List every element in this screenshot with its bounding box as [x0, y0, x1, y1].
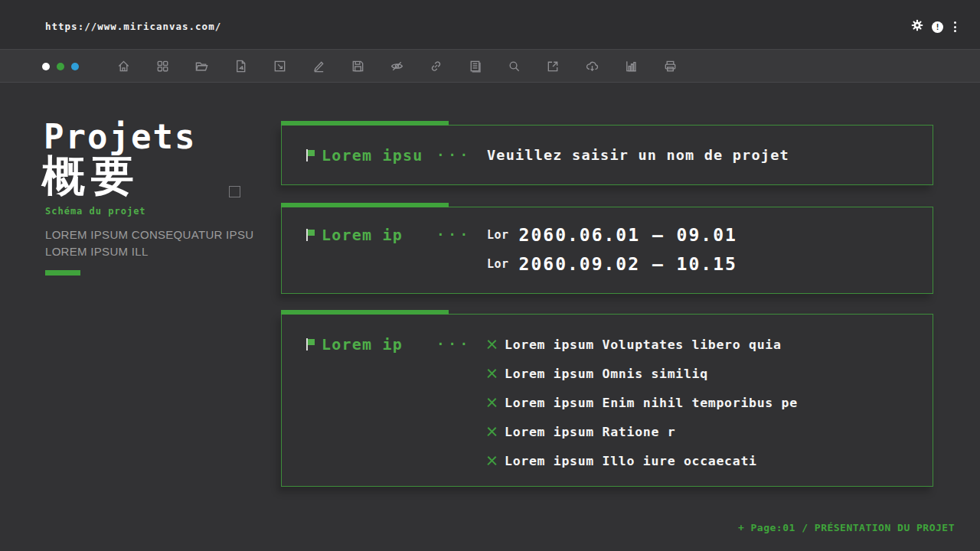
task-item-text: Lorem ipsum Enim nihil temporibus pe: [505, 396, 798, 410]
address-url[interactable]: https://www.miricanvas.com/: [45, 21, 221, 32]
save-icon[interactable]: [351, 59, 365, 73]
toolbar-icons: [116, 59, 678, 73]
cloud-download-icon[interactable]: [585, 59, 599, 73]
panel-accent-bar: [281, 310, 449, 315]
folder-open-icon[interactable]: [194, 59, 209, 73]
project-name-placeholder[interactable]: Veuillez saisir un nom de projet: [487, 147, 789, 163]
task-list-item[interactable]: Lorem ipsum Illo iure occaecati: [487, 446, 798, 475]
date-range-value: 2060.06.01 – 09.01: [519, 225, 737, 245]
kebab-menu-icon[interactable]: [952, 21, 959, 33]
date-range-value: 2060.09.02 – 10.15: [519, 254, 737, 274]
x-mark-icon: [487, 340, 497, 350]
edit-pencil-icon[interactable]: [312, 59, 326, 73]
flag-icon: [306, 338, 316, 350]
panel-label: Lorem ip: [322, 335, 403, 354]
external-link-icon[interactable]: [546, 59, 560, 73]
window-control-dots[interactable]: [42, 63, 79, 70]
ellipsis-dots: ···: [436, 337, 472, 352]
date-range-row[interactable]: Lor 2060.09.02 – 10.15: [487, 249, 737, 279]
panel-label: Lorem ipsu: [322, 146, 423, 165]
panel-label: Lorem ip: [322, 226, 403, 244]
slide-canvas: Projets 概要 Schéma du projet LOREM IPSUM …: [0, 83, 980, 551]
dot-white[interactable]: [42, 63, 50, 70]
green-accent-bar: [45, 270, 80, 276]
x-mark-icon: [487, 427, 497, 437]
x-mark-icon: [487, 369, 497, 379]
slide-title-cjk[interactable]: 概要: [42, 152, 140, 200]
ghost-square-outline: [229, 186, 240, 197]
task-list-item[interactable]: Lorem ipsum Omnis similiq: [487, 359, 798, 388]
flag-icon: [306, 229, 316, 241]
apps-grid-icon[interactable]: [155, 59, 170, 73]
panel-project-name[interactable]: Lorem ipsu ··· Veuillez saisir un nom de…: [281, 125, 933, 185]
link-icon[interactable]: [429, 59, 443, 73]
task-list-item[interactable]: Lorem ipsum Enim nihil temporibus pe: [487, 388, 798, 417]
settings-gear-icon[interactable]: [911, 19, 923, 34]
slide-description[interactable]: LOREM IPSUM CONSEQUATUR IPSU LOREM IPSUM…: [45, 227, 253, 259]
panel-accent-bar: [281, 121, 449, 126]
description-line: LOREM IPSUM CONSEQUATUR IPSU: [45, 227, 253, 243]
ellipsis-dots: ···: [436, 148, 472, 163]
page-footer[interactable]: + Page:01 / PRÉSENTATION DU PROJET: [738, 522, 955, 533]
description-line: LOREM IPSUM ILL: [45, 243, 253, 260]
printer-icon[interactable]: [663, 59, 678, 73]
bar-chart-icon[interactable]: [624, 59, 639, 73]
date-prefix: Lor: [487, 257, 509, 271]
ellipsis-dots: ···: [436, 227, 472, 243]
resize-icon[interactable]: [273, 59, 287, 73]
task-item-text: Lorem ipsum Illo iure occaecati: [505, 454, 757, 468]
browser-top-bar: https://www.miricanvas.com/ !: [0, 0, 980, 49]
search-icon[interactable]: [507, 59, 521, 73]
dot-blue[interactable]: [71, 63, 79, 70]
editor-toolbar: [0, 49, 980, 83]
slide-tagline[interactable]: Schéma du projet: [45, 206, 146, 217]
panel-task-list[interactable]: Lorem ip ··· Lorem ipsum Voluptates libe…: [281, 314, 933, 487]
date-prefix: Lor: [487, 228, 509, 242]
panel-accent-bar: [281, 203, 449, 207]
top-right-controls: !: [911, 19, 959, 34]
info-icon[interactable]: !: [932, 21, 943, 33]
flag-icon: [306, 149, 316, 161]
eye-off-icon[interactable]: [390, 59, 404, 73]
x-mark-icon: [487, 398, 497, 408]
date-range-row[interactable]: Lor 2060.06.01 – 09.01: [487, 220, 737, 249]
task-list-item[interactable]: Lorem ipsum Ratione r: [487, 417, 798, 446]
task-item-text: Lorem ipsum Voluptates libero quia: [505, 337, 782, 352]
task-item-text: Lorem ipsum Omnis similiq: [505, 367, 708, 381]
new-file-icon[interactable]: [234, 59, 248, 73]
dot-green[interactable]: [57, 63, 64, 70]
x-mark-icon: [487, 456, 497, 466]
home-icon[interactable]: [116, 59, 131, 73]
task-list-item[interactable]: Lorem ipsum Voluptates libero quia: [487, 330, 798, 359]
task-item-text: Lorem ipsum Ratione r: [505, 425, 675, 439]
panel-dates[interactable]: Lorem ip ··· Lor 2060.06.01 – 09.01 Lor …: [281, 207, 933, 294]
notes-icon[interactable]: [468, 59, 482, 73]
